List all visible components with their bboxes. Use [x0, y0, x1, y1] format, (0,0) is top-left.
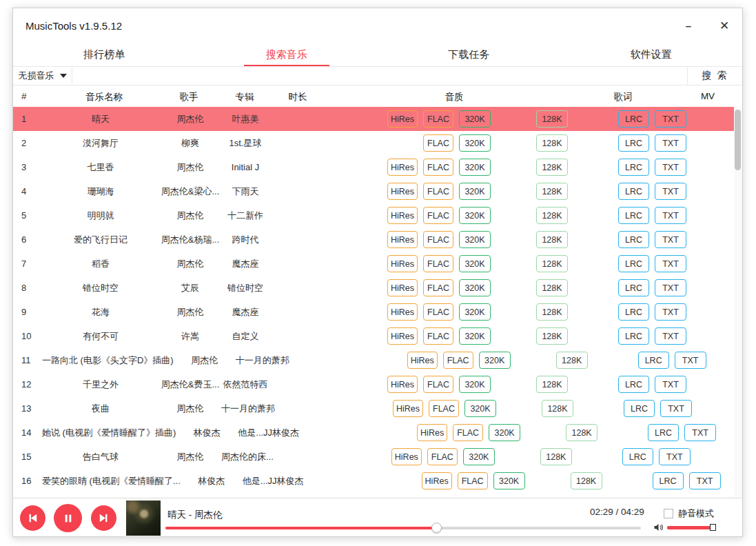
128k-download-button[interactable]: 128K [536, 207, 568, 224]
txt-download-button[interactable]: TXT [655, 376, 686, 393]
flac-download-button[interactable]: FLAC [423, 303, 453, 321]
320k-download-button[interactable]: 320K [464, 400, 496, 417]
hires-download-button[interactable]: HiRes [387, 183, 418, 200]
table-row[interactable]: 13 夜曲 周杰伦 十一月的萧邦 HiRes FLAC 320K 128K LR… [13, 396, 734, 421]
volume-thumb[interactable] [710, 524, 716, 531]
hires-download-button[interactable]: HiRes [391, 448, 422, 465]
320k-download-button[interactable]: 320K [459, 159, 491, 176]
pause-button[interactable] [54, 504, 82, 532]
hires-download-button[interactable]: HiRes [393, 400, 423, 417]
txt-download-button[interactable]: TXT [684, 424, 716, 441]
next-track-button[interactable] [91, 505, 116, 531]
128k-download-button[interactable]: 128K [540, 448, 572, 465]
lrc-download-button[interactable]: LRC [618, 376, 649, 393]
table-row[interactable]: 11 一路向北 (电影《头文字D》插曲) 周杰伦 十一月的萧邦 HiRes FL… [13, 348, 734, 372]
flac-download-button[interactable]: FLAC [429, 400, 459, 417]
lrc-download-button[interactable]: LRC [618, 255, 649, 272]
lrc-download-button[interactable]: LRC [618, 207, 649, 224]
flac-download-button[interactable]: FLAC [423, 231, 453, 248]
minimize-button[interactable]: – [671, 8, 706, 43]
music-source-dropdown[interactable]: 无损音乐 [13, 67, 72, 85]
table-row[interactable]: 1 晴天 周杰伦 叶惠美 HiRes FLAC 320K 128K LRC TX… [13, 107, 734, 131]
flac-download-button[interactable]: FLAC [458, 472, 488, 489]
txt-download-button[interactable]: TXT [659, 448, 691, 465]
flac-download-button[interactable]: FLAC [443, 352, 473, 369]
volume-slider[interactable] [667, 526, 715, 529]
table-row[interactable]: 9 花海 周杰伦 魔杰座 HiRes FLAC 320K 128K LRC TX… [13, 300, 734, 324]
table-row[interactable]: 7 稻香 周杰伦 魔杰座 HiRes FLAC 320K 128K LRC TX… [13, 252, 734, 276]
320k-download-button[interactable]: 320K [479, 352, 511, 369]
close-button[interactable]: ✕ [706, 8, 742, 43]
128k-download-button[interactable]: 128K [536, 279, 568, 296]
flac-download-button[interactable]: FLAC [423, 279, 453, 296]
txt-download-button[interactable]: TXT [675, 352, 706, 369]
table-row[interactable]: 10 有何不可 许嵩 自定义 HiRes FLAC 320K 128K LRC … [13, 324, 734, 348]
hires-download-button[interactable]: HiRes [407, 352, 438, 369]
320k-download-button[interactable]: 320K [459, 327, 491, 345]
320k-download-button[interactable]: 320K [489, 424, 520, 441]
txt-download-button[interactable]: TXT [689, 472, 721, 489]
lrc-download-button[interactable]: LRC [624, 400, 655, 417]
hires-download-button[interactable]: HiRes [387, 279, 418, 296]
flac-download-button[interactable]: FLAC [423, 255, 453, 272]
flac-download-button[interactable]: FLAC [453, 424, 483, 441]
lrc-download-button[interactable]: LRC [618, 303, 649, 321]
lrc-download-button[interactable]: LRC [618, 159, 649, 176]
flac-download-button[interactable]: FLAC [423, 159, 453, 176]
search-button[interactable]: 搜 索 [687, 67, 742, 85]
hires-download-button[interactable]: HiRes [422, 472, 452, 489]
320k-download-button[interactable]: 320K [463, 448, 495, 465]
table-row[interactable]: 15 告白气球 周杰伦 周杰伦的床... HiRes FLAC 320K 128… [13, 445, 734, 469]
320k-download-button[interactable]: 320K [459, 279, 491, 296]
search-input[interactable] [72, 67, 687, 85]
320k-download-button[interactable]: 320K [459, 255, 491, 272]
tab-rankings[interactable]: 排行榜单 [13, 43, 196, 66]
lrc-download-button[interactable]: LRC [618, 134, 649, 152]
hires-download-button[interactable]: HiRes [387, 376, 418, 393]
128k-download-button[interactable]: 128K [536, 231, 568, 248]
table-row[interactable]: 5 明明就 周杰伦 十二新作 HiRes FLAC 320K 128K LRC … [13, 203, 734, 228]
tab-settings[interactable]: 软件设置 [560, 43, 743, 66]
320k-download-button[interactable]: 320K [493, 472, 525, 489]
flac-download-button[interactable]: FLAC [427, 448, 458, 465]
lrc-download-button[interactable]: LRC [638, 352, 669, 369]
128k-download-button[interactable]: 128K [566, 424, 597, 441]
128k-download-button[interactable]: 128K [536, 134, 568, 152]
progress-thumb[interactable] [431, 523, 442, 533]
128k-download-button[interactable]: 128K [536, 183, 568, 200]
table-row[interactable]: 2 漠河舞厅 柳爽 1st.星球 HiRes FLAC 320K 128K LR… [13, 131, 734, 155]
flac-download-button[interactable]: FLAC [423, 327, 453, 345]
table-row[interactable]: 14 她说 (电视剧《爱情睡醒了》插曲) 林俊杰 他是...JJ林俊杰 HiRe… [13, 421, 734, 445]
hires-download-button[interactable]: HiRes [387, 207, 418, 224]
320k-download-button[interactable]: 320K [459, 231, 491, 248]
scrollbar-track[interactable] [734, 107, 742, 498]
table-row[interactable]: 6 爱的飞行日记 周杰伦&杨瑞... 跨时代 HiRes FLAC 320K 1… [13, 228, 734, 252]
flac-download-button[interactable]: FLAC [423, 110, 453, 128]
txt-download-button[interactable]: TXT [655, 110, 686, 128]
volume-icon[interactable] [653, 522, 664, 533]
txt-download-button[interactable]: TXT [655, 327, 686, 345]
table-row[interactable]: 3 七里香 周杰伦 Initial J HiRes FLAC 320K 128K… [13, 155, 734, 179]
flac-download-button[interactable]: FLAC [423, 376, 453, 393]
lrc-download-button[interactable]: LRC [618, 279, 649, 296]
hires-download-button[interactable]: HiRes [417, 424, 447, 441]
320k-download-button[interactable]: 320K [459, 376, 491, 393]
320k-download-button[interactable]: 320K [459, 207, 491, 224]
txt-download-button[interactable]: TXT [660, 400, 692, 417]
flac-download-button[interactable]: FLAC [423, 134, 453, 152]
128k-download-button[interactable]: 128K [542, 400, 573, 417]
txt-download-button[interactable]: TXT [655, 183, 686, 200]
txt-download-button[interactable]: TXT [655, 207, 686, 224]
txt-download-button[interactable]: TXT [655, 279, 686, 296]
hires-download-button[interactable]: HiRes [387, 255, 418, 272]
128k-download-button[interactable]: 128K [536, 110, 568, 128]
txt-download-button[interactable]: TXT [655, 231, 686, 248]
txt-download-button[interactable]: TXT [655, 134, 686, 152]
320k-download-button[interactable]: 320K [459, 183, 491, 200]
lrc-download-button[interactable]: LRC [653, 472, 684, 489]
table-row[interactable]: 8 错位时空 艾辰 错位时空 HiRes FLAC 320K 128K LRC … [13, 276, 734, 300]
previous-track-button[interactable] [20, 505, 45, 531]
128k-download-button[interactable]: 128K [536, 303, 568, 321]
128k-download-button[interactable]: 128K [536, 327, 568, 345]
128k-download-button[interactable]: 128K [536, 376, 568, 393]
